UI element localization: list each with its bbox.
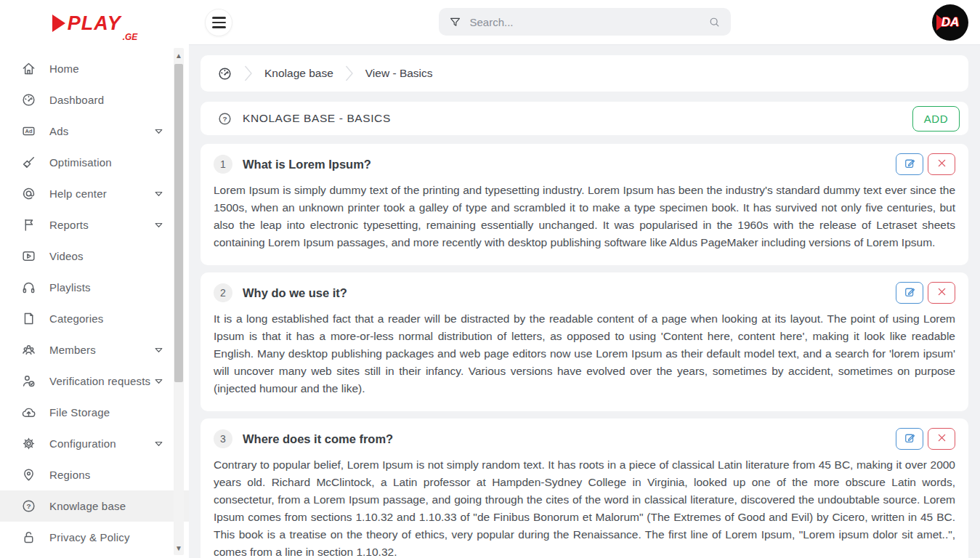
headphones-icon: [20, 280, 36, 296]
faq-number-badge: 1: [214, 155, 232, 174]
map-pin-icon: [20, 467, 36, 483]
sidebar-item-label: Optimisation: [49, 156, 112, 169]
edit-button[interactable]: [896, 282, 923, 304]
sidebar-item-configuration[interactable]: Configuration: [0, 428, 189, 459]
edit-pencil-icon: [904, 286, 916, 301]
sidebar-item-file-storage[interactable]: File Storage: [0, 397, 189, 428]
sidebar-item-videos[interactable]: Videos: [0, 240, 189, 272]
chevron-down-icon[interactable]: [155, 129, 163, 134]
video-icon: [20, 248, 36, 264]
faq-answer: It is a long established fact that a rea…: [214, 310, 955, 397]
sidebar-item-members[interactable]: Members: [0, 334, 189, 365]
sidebar-item-label: Verification requests: [49, 375, 150, 387]
main-area: DA Knolage base View - Basics ? KNOLAGE …: [189, 0, 980, 558]
search-icon[interactable]: [708, 16, 721, 28]
scrollbar-thumb[interactable]: [174, 64, 183, 382]
menu-toggle-button[interactable]: [205, 9, 232, 36]
user-avatar[interactable]: DA: [932, 4, 968, 41]
search-bar[interactable]: [439, 8, 731, 36]
sidebar-scrollbar[interactable]: ▲ ▼: [174, 48, 184, 555]
svg-text:?: ?: [222, 115, 227, 123]
sidebar-item-label: Home: [49, 62, 79, 75]
faq-card-header: 2Why do we use it?: [214, 282, 955, 304]
sidebar-item-label: Privacy & Policy: [49, 531, 130, 543]
sidebar-item-label: Categories: [49, 312, 104, 325]
breadcrumb-item-knolage-base[interactable]: Knolage base: [264, 67, 333, 80]
faq-actions: [896, 282, 955, 304]
delete-button[interactable]: [928, 428, 955, 450]
content: Knolage base View - Basics ? KNOLAGE BAS…: [189, 45, 980, 558]
search-input[interactable]: [470, 16, 700, 28]
scroll-down-arrow-icon[interactable]: ▼: [174, 542, 184, 554]
person-check-icon: [20, 373, 36, 389]
faq-card: 2Why do we use it?It is a long establish…: [201, 272, 968, 411]
sidebar-item-regions[interactable]: Regions: [0, 459, 189, 490]
question-circle-icon: ?: [20, 498, 36, 514]
cloud-upload-icon: [20, 405, 36, 421]
avatar-initials: DA: [941, 15, 960, 30]
sidebar-item-home[interactable]: Home: [0, 53, 189, 84]
faq-card: 3Where does it come from?Contrary to pop…: [201, 418, 968, 558]
close-icon: [936, 158, 947, 171]
sidebar-item-label: Configuration: [49, 437, 116, 450]
chevron-down-icon[interactable]: [155, 347, 163, 353]
delete-button[interactable]: [928, 153, 955, 175]
sidebar-item-verification-requests[interactable]: Verification requests: [0, 365, 189, 397]
sidebar-item-help-center[interactable]: Help center: [0, 178, 189, 209]
sidebar-nav: HomeDashboardAdAdsOptimisationHelp cente…: [0, 46, 189, 553]
sidebar-item-label: Videos: [49, 250, 84, 262]
add-button[interactable]: ADD: [912, 106, 960, 132]
sidebar-item-label: Ads: [49, 125, 68, 137]
faq-answer: Lorem Ipsum is simply dummy text of the …: [214, 182, 955, 251]
faq-card: 1What is Lorem Ipsum?Lorem Ipsum is simp…: [201, 144, 968, 265]
page-title: KNOLAGE BASE - BASICS: [243, 112, 391, 125]
broom-icon: [20, 155, 36, 171]
section-header: ? KNOLAGE BASE - BASICS ADD: [201, 102, 968, 135]
sidebar-item-label: Members: [49, 344, 96, 356]
breadcrumb-separator-icon: [244, 65, 253, 82]
edit-button[interactable]: [896, 428, 923, 450]
lock-icon: [20, 530, 36, 546]
question-circle-icon: ?: [216, 110, 232, 126]
sidebar-item-label: Regions: [49, 469, 90, 481]
sidebar-item-playlists[interactable]: Playlists: [0, 272, 189, 303]
breadcrumb-separator-icon: [345, 65, 354, 82]
people-icon: [20, 342, 36, 358]
chevron-down-icon[interactable]: [155, 379, 163, 384]
home-icon: [20, 61, 36, 77]
brand-logo-suffix: .GE: [123, 32, 138, 42]
faq-question: Why do we use it?: [243, 286, 347, 300]
play-triangle-icon: [52, 14, 66, 33]
at-sign-icon: [20, 186, 36, 202]
faq-question: What is Lorem Ipsum?: [243, 158, 371, 171]
sidebar-item-categories[interactable]: Categories: [0, 303, 189, 334]
sidebar-item-ads[interactable]: AdAds: [0, 116, 189, 147]
faq-number-badge: 2: [214, 283, 232, 302]
ads-icon: Ad: [20, 124, 36, 140]
chevron-down-icon[interactable]: [155, 191, 163, 197]
filter-icon[interactable]: [449, 16, 461, 28]
faq-list: 1What is Lorem Ipsum?Lorem Ipsum is simp…: [201, 144, 968, 558]
close-icon: [936, 286, 947, 300]
page-icon: [20, 311, 36, 327]
faq-actions: [896, 153, 955, 175]
gear-icon: [20, 436, 36, 452]
speedometer-icon[interactable]: [216, 65, 232, 81]
sidebar-item-optimisation[interactable]: Optimisation: [0, 147, 189, 178]
sidebar-item-knowlage-base[interactable]: ?Knowlage base: [0, 490, 189, 522]
sidebar-item-reports[interactable]: Reports: [0, 209, 189, 240]
chevron-down-icon[interactable]: [155, 222, 163, 228]
sidebar-item-dashboard[interactable]: Dashboard: [0, 84, 189, 116]
edit-button[interactable]: [896, 153, 923, 175]
sidebar-item-privacy-policy[interactable]: Privacy & Policy: [0, 522, 189, 553]
delete-button[interactable]: [928, 282, 955, 304]
svg-text:?: ?: [26, 502, 31, 510]
flag-icon: [20, 217, 36, 233]
brand-logo[interactable]: PLAY .GE: [0, 0, 189, 46]
dashboard-icon: [20, 92, 36, 108]
scroll-up-arrow-icon[interactable]: ▲: [174, 49, 184, 61]
chevron-down-icon[interactable]: [155, 441, 163, 447]
topbar: DA: [189, 0, 980, 45]
edit-pencil-icon: [904, 432, 916, 447]
sidebar: PLAY .GE HomeDashboardAdAdsOptimisationH…: [0, 0, 189, 558]
